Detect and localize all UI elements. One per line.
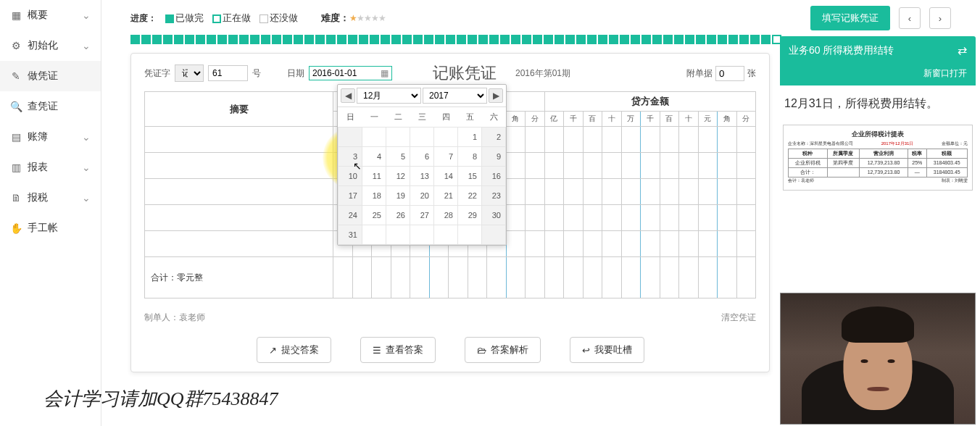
progress-block[interactable] bbox=[565, 35, 575, 44]
progress-block[interactable] bbox=[446, 35, 455, 44]
progress-block[interactable] bbox=[641, 35, 651, 44]
amount-cell[interactable] bbox=[736, 179, 756, 205]
calendar-day[interactable]: 4 bbox=[362, 147, 386, 167]
amount-cell[interactable] bbox=[621, 231, 641, 257]
nav-overview[interactable]: ▦概要 ⌄ bbox=[0, 0, 101, 30]
calendar-day[interactable]: 20 bbox=[410, 186, 434, 206]
progress-block[interactable] bbox=[250, 35, 259, 44]
amount-cell[interactable] bbox=[718, 179, 737, 205]
amount-cell[interactable] bbox=[506, 179, 526, 205]
calendar-day[interactable]: 17 bbox=[339, 186, 362, 206]
calendar-icon[interactable]: ▦ bbox=[381, 68, 389, 78]
submit-answer-button[interactable]: ↗提交答案 bbox=[257, 337, 331, 363]
amount-cell[interactable] bbox=[736, 127, 756, 153]
progress-block[interactable] bbox=[141, 35, 151, 44]
progress-block[interactable] bbox=[304, 35, 314, 44]
progress-block[interactable] bbox=[207, 35, 216, 44]
amount-cell[interactable] bbox=[602, 179, 622, 205]
amount-cell[interactable] bbox=[736, 153, 756, 179]
progress-block[interactable] bbox=[511, 35, 520, 44]
amount-cell[interactable] bbox=[641, 153, 660, 179]
nav-manual[interactable]: ✋手工帐 bbox=[0, 213, 101, 243]
amount-cell[interactable] bbox=[698, 179, 718, 205]
voucher-word-select[interactable]: 记 bbox=[175, 64, 204, 82]
calendar-day[interactable]: 25 bbox=[362, 206, 386, 225]
progress-block[interactable] bbox=[674, 35, 684, 44]
progress-block[interactable] bbox=[652, 35, 662, 44]
amount-cell[interactable] bbox=[679, 127, 699, 153]
calendar-day[interactable]: 5 bbox=[386, 147, 410, 167]
answer-analysis-button[interactable]: 🗁答案解析 bbox=[465, 337, 541, 363]
calendar-day[interactable]: 21 bbox=[434, 186, 458, 206]
progress-block[interactable] bbox=[326, 35, 336, 44]
amount-cell[interactable] bbox=[526, 205, 545, 231]
amount-cell[interactable] bbox=[544, 127, 564, 153]
calendar-day[interactable]: 15 bbox=[458, 167, 482, 186]
calendar-day[interactable]: 8 bbox=[458, 147, 482, 167]
progress-block[interactable] bbox=[283, 35, 292, 44]
progress-block[interactable] bbox=[696, 35, 705, 44]
amount-cell[interactable] bbox=[526, 179, 545, 205]
progress-block[interactable] bbox=[294, 35, 303, 44]
progress-block[interactable] bbox=[348, 35, 357, 44]
summary-cell[interactable] bbox=[145, 231, 333, 257]
amount-cell[interactable] bbox=[679, 205, 699, 231]
amount-cell[interactable] bbox=[583, 127, 602, 153]
amount-cell[interactable] bbox=[698, 231, 718, 257]
amount-cell[interactable] bbox=[679, 231, 699, 257]
amount-cell[interactable] bbox=[718, 153, 737, 179]
progress-block[interactable] bbox=[718, 35, 727, 44]
progress-block[interactable] bbox=[761, 35, 771, 44]
date-field[interactable] bbox=[312, 68, 372, 78]
amount-cell[interactable] bbox=[641, 231, 660, 257]
nav-search-voucher[interactable]: 🔍查凭证 bbox=[0, 91, 101, 122]
calendar-day[interactable]: 12 bbox=[386, 167, 410, 186]
progress-block[interactable] bbox=[196, 35, 205, 44]
calendar-day[interactable]: 1 bbox=[458, 128, 482, 147]
summary-cell[interactable] bbox=[145, 205, 333, 231]
amount-cell[interactable] bbox=[526, 231, 545, 257]
amount-cell[interactable] bbox=[660, 231, 679, 257]
amount-cell[interactable] bbox=[660, 127, 679, 153]
calendar-day[interactable]: 6 bbox=[410, 147, 434, 167]
progress-block[interactable] bbox=[478, 35, 488, 44]
amount-cell[interactable] bbox=[564, 231, 584, 257]
amount-cell[interactable] bbox=[583, 153, 602, 179]
progress-block[interactable] bbox=[685, 35, 694, 44]
progress-block[interactable] bbox=[315, 35, 325, 44]
progress-block[interactable] bbox=[544, 35, 553, 44]
nav-report[interactable]: ▥报表 ⌄ bbox=[0, 152, 101, 183]
amount-cell[interactable] bbox=[621, 127, 641, 153]
progress-block[interactable] bbox=[381, 35, 390, 44]
amount-cell[interactable] bbox=[602, 231, 622, 257]
progress-block[interactable] bbox=[359, 35, 368, 44]
progress-block[interactable] bbox=[576, 35, 586, 44]
calendar-day[interactable]: 31 bbox=[339, 225, 362, 245]
attach-input[interactable] bbox=[715, 66, 744, 81]
progress-block[interactable] bbox=[587, 35, 597, 44]
amount-cell[interactable] bbox=[718, 231, 737, 257]
amount-cell[interactable] bbox=[564, 127, 584, 153]
calendar-day[interactable]: 24 bbox=[339, 206, 362, 225]
calendar-day[interactable]: 27 bbox=[410, 206, 434, 225]
amount-cell[interactable] bbox=[718, 127, 737, 153]
calendar-day[interactable]: 29 bbox=[458, 206, 482, 225]
amount-cell[interactable] bbox=[544, 231, 564, 257]
progress-block[interactable] bbox=[402, 35, 412, 44]
amount-cell[interactable] bbox=[544, 205, 564, 231]
progress-block[interactable] bbox=[489, 35, 499, 44]
amount-cell[interactable] bbox=[641, 179, 660, 205]
amount-cell[interactable] bbox=[506, 231, 526, 257]
progress-block[interactable] bbox=[370, 35, 379, 44]
amount-cell[interactable] bbox=[621, 205, 641, 231]
swap-icon[interactable]: ⇄ bbox=[958, 43, 967, 57]
amount-cell[interactable] bbox=[641, 205, 660, 231]
document-thumbnail[interactable]: 企业所得税计提表 企业名称：深圳星美电器有限公司2017年12月31日金额单位：… bbox=[783, 125, 973, 191]
calendar-day[interactable]: 23 bbox=[482, 186, 506, 206]
nav-tax[interactable]: 🗎报税 ⌄ bbox=[0, 183, 101, 213]
progress-block[interactable] bbox=[663, 35, 673, 44]
view-answer-button[interactable]: ☰查看答案 bbox=[360, 337, 436, 363]
progress-block[interactable] bbox=[391, 35, 401, 44]
progress-block[interactable] bbox=[457, 35, 466, 44]
amount-cell[interactable] bbox=[660, 179, 679, 205]
